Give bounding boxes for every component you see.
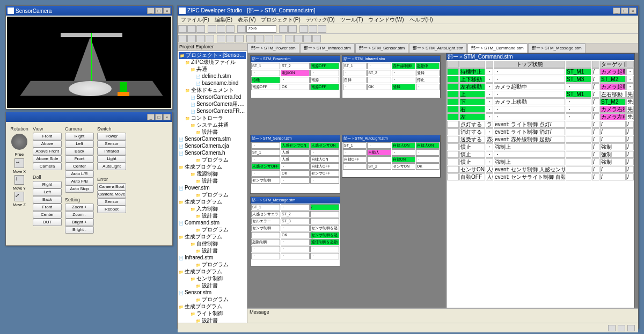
stm-cell[interactable]: ・: [343, 163, 367, 170]
tool-pause-icon[interactable]: [309, 25, 317, 33]
stm-cell[interactable]: 電源ON: [281, 70, 310, 76]
stm-cell[interactable]: ST_1: [251, 149, 280, 156]
tree-file[interactable]: SensorCamera.cja: [179, 143, 246, 150]
cmd-cell[interactable]: 自動OFF: [459, 173, 485, 180]
cmd-cell[interactable]: /: [600, 173, 626, 180]
tool-icon[interactable]: [206, 35, 214, 42]
cmd-cell[interactable]: /: [626, 143, 634, 150]
menubar[interactable]: ファイル(F)編集(E)表示(V)プロジェクト(P)デバッグ(D)ツール(T)ウ…: [178, 16, 638, 24]
cmd-cell[interactable]: [626, 61, 634, 68]
cmd-cell[interactable]: /: [592, 143, 599, 150]
cmd-cell[interactable]: [447, 98, 459, 105]
cmd-cell[interactable]: ・: [494, 113, 565, 120]
tree-folder[interactable]: 設計書: [179, 178, 246, 185]
stm-cell[interactable]: ・: [392, 149, 415, 156]
switch-button[interactable]: AutoLight: [97, 163, 126, 170]
stm-cell[interactable]: 自律ON: [392, 156, 415, 163]
setting-button[interactable]: Bright -: [65, 226, 94, 234]
cmd-cell[interactable]: /: [592, 173, 599, 180]
maximize-button[interactable]: □: [155, 8, 163, 14]
cmd-cell[interactable]: /: [626, 158, 634, 165]
cmd-cell[interactable]: 強制上: [494, 143, 565, 150]
stm-cell[interactable]: ・: [367, 77, 391, 83]
stm-cell[interactable]: 自動人: [367, 149, 391, 156]
stm-cell[interactable]: ・: [310, 253, 339, 259]
document-tabs[interactable]: 部ー＞STM_Power.stm部ー＞STM_Infrared.stm部ー＞ST…: [247, 43, 638, 53]
stm-cell[interactable]: ・: [392, 70, 415, 76]
doc-title[interactable]: 部ー＞STM_Sensor.stm: [251, 135, 340, 142]
menu-item[interactable]: ツール(T): [340, 16, 363, 24]
cmd-cell[interactable]: [447, 158, 459, 165]
move-y-icon[interactable]: ↕: [14, 175, 24, 185]
cmd-cell[interactable]: 先頭状態を起動: [626, 98, 634, 105]
stm-cell[interactable]: センサ制御: [251, 225, 280, 231]
cmd-cell[interactable]: 先頭状態を起動: [626, 91, 634, 98]
cmd-cell[interactable]: ・: [486, 143, 493, 150]
cmd-cell[interactable]: 消灯する: [459, 128, 485, 135]
tree-folder[interactable]: 設計書: [179, 129, 246, 136]
cmd-cell[interactable]: ・: [566, 83, 591, 90]
cmd-cell[interactable]: [447, 151, 459, 158]
tree-file[interactable]: define.h.stm: [179, 73, 246, 80]
tool-icon[interactable]: [235, 35, 244, 42]
stm-cell[interactable]: 人感センサON: [310, 142, 339, 149]
tree-folder[interactable]: 共通: [179, 66, 246, 73]
cmd-cell[interactable]: /: [592, 68, 599, 75]
cmd-cell[interactable]: ・: [494, 76, 565, 83]
doll-button[interactable]: Front: [33, 204, 62, 211]
cmd-cell[interactable]: [592, 61, 599, 68]
stm-cell[interactable]: ・: [310, 246, 339, 252]
stm-cell[interactable]: 電源OFF: [310, 63, 339, 69]
cmd-cell[interactable]: ST_M2: [600, 98, 626, 105]
cmd-cell[interactable]: ・: [566, 106, 591, 113]
cmd-cell[interactable]: 上: [459, 91, 485, 98]
cmd-cell[interactable]: ターゲット: [600, 61, 626, 68]
tree-folder[interactable]: ライト制御: [179, 310, 246, 317]
cmd-cell[interactable]: ・: [494, 151, 565, 158]
stm-cell[interactable]: ・: [310, 177, 339, 184]
tree-file[interactable]: Command.stm: [179, 220, 246, 227]
cmd-cell[interactable]: /: [626, 166, 634, 173]
stm-cell[interactable]: センサ制御を起動: [310, 225, 339, 231]
tree-folder[interactable]: 入力制御: [179, 206, 246, 213]
tree-file[interactable]: basename.bind: [179, 80, 246, 87]
cmd-cell[interactable]: ・: [494, 91, 565, 98]
stm-cell[interactable]: 自律: [343, 77, 367, 83]
stm-cell[interactable]: ・: [310, 218, 339, 224]
minimize-button[interactable]: _: [613, 8, 620, 14]
stm-cell[interactable]: 人感センサエラー: [251, 211, 280, 217]
cmd-cell[interactable]: event: ライト制御 消灯/: [494, 128, 565, 135]
cmd-cell[interactable]: 送受する: [459, 136, 485, 143]
cmd-cell[interactable]: [566, 136, 591, 143]
tool-icon[interactable]: [255, 35, 264, 42]
maximize-button[interactable]: □: [155, 114, 163, 120]
cmd-cell[interactable]: [447, 68, 459, 75]
stm-cell[interactable]: OK: [281, 84, 310, 90]
stm-cell[interactable]: ・: [281, 246, 310, 252]
doll-button[interactable]: OUT: [33, 219, 62, 226]
doc-title[interactable]: 部ー＞STM_AutoLight.stm: [342, 135, 440, 142]
doll-button[interactable]: Right: [33, 181, 62, 188]
stm-cell[interactable]: 自律人ON: [416, 142, 440, 149]
stm-subwindow[interactable]: 部ー＞STM_Sensor.stm・人感センサON人感センサONST_1人感・・…: [250, 135, 340, 194]
stm-cell[interactable]: ・: [281, 77, 310, 83]
cmd-cell[interactable]: 慣止: [459, 151, 485, 158]
tool-icon[interactable]: [265, 35, 273, 42]
stm-cell[interactable]: 待機: [251, 77, 280, 83]
tree-folder[interactable]: コントローラ: [179, 115, 246, 122]
stm-cell[interactable]: ST_2: [367, 163, 391, 170]
tool-new-icon[interactable]: [178, 25, 187, 33]
stm-cell[interactable]: ・: [281, 225, 310, 231]
stm-cell[interactable]: OK: [281, 232, 310, 238]
cmd-cell[interactable]: /: [592, 166, 599, 173]
stm-subwindow[interactable]: 部ー＞STM_Message.stmST_1・/人感センサエラーST_2・セルエ…: [250, 197, 340, 266]
stm-cell[interactable]: ・: [416, 84, 440, 90]
cmd-cell[interactable]: [447, 121, 459, 128]
cmd-cell[interactable]: 慣止: [459, 143, 485, 150]
rotation-gizmo-icon[interactable]: [11, 134, 27, 150]
stm-cell[interactable]: 自律人OFF: [310, 163, 339, 170]
cmd-cell[interactable]: ・: [566, 113, 591, 120]
stm-cell[interactable]: 起動制御: [251, 239, 280, 245]
ide-titlebar[interactable]: ZIPC Developer Studio - [部ー＞STM_Command.…: [178, 6, 638, 16]
tree-folder[interactable]: 設計書: [179, 248, 246, 255]
